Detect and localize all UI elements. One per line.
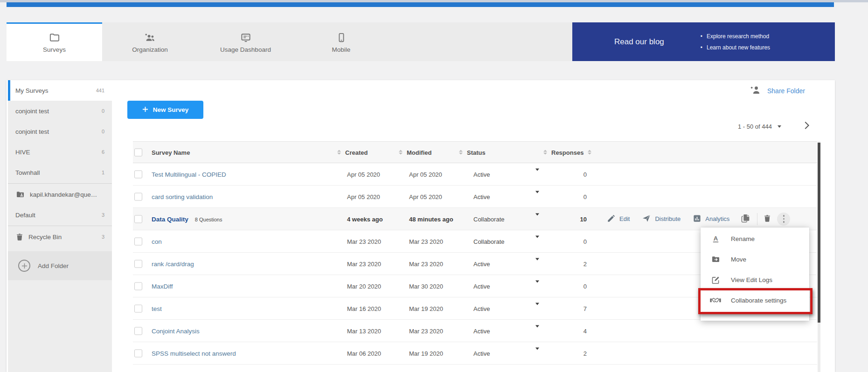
- status-cell: Collaborate: [473, 238, 505, 245]
- sidebar-item-conjoint-test[interactable]: conjoint test 0: [8, 101, 112, 121]
- person-add-icon: [750, 84, 761, 97]
- row-checkbox[interactable]: [134, 170, 142, 178]
- sidebar-item-recycle-bin[interactable]: Recycle Bin 3: [8, 227, 112, 247]
- survey-name-link[interactable]: SPSS multiselect not answerd: [152, 350, 236, 357]
- survey-name-link[interactable]: test: [152, 305, 162, 312]
- modified-cell: Apr 05 2020: [409, 171, 442, 178]
- tab-mobile[interactable]: Mobile: [293, 22, 389, 61]
- move-folder-icon: [710, 254, 721, 265]
- status-dropdown[interactable]: [535, 193, 539, 200]
- add-folder-button[interactable]: Add Folder: [8, 251, 112, 280]
- modified-cell: Mar 30 2020: [409, 282, 443, 289]
- bar-chart-icon: [693, 214, 701, 224]
- status-dropdown[interactable]: [535, 171, 539, 178]
- copy-survey-button[interactable]: [741, 213, 750, 225]
- question-count-badge: 8 Questions: [195, 216, 222, 222]
- column-header-modified[interactable]: Modified: [399, 149, 431, 156]
- plus-icon: [18, 260, 30, 272]
- table-scrollbar[interactable]: [818, 141, 820, 372]
- sort-icon[interactable]: [337, 150, 341, 155]
- status-dropdown[interactable]: [535, 282, 539, 289]
- row-checkbox[interactable]: [134, 215, 142, 223]
- banner-bullet-list: Explore research method Learn about new …: [701, 31, 770, 53]
- survey-name-link[interactable]: card sorting validation: [152, 193, 213, 200]
- sidebar-item-hive[interactable]: HIVE 6: [8, 142, 112, 162]
- sort-icon[interactable]: [399, 150, 403, 155]
- copy-icon: [741, 213, 750, 225]
- survey-name-link[interactable]: con: [152, 238, 162, 245]
- mobile-icon: [336, 32, 347, 43]
- sidebar-item-townhall[interactable]: Townhall 1: [8, 162, 112, 183]
- row-checkbox[interactable]: [134, 304, 142, 312]
- row-checkbox[interactable]: [134, 327, 142, 335]
- scrollbar-thumb[interactable]: [818, 143, 820, 323]
- status-dropdown[interactable]: [535, 327, 539, 334]
- modified-cell: 48 minutes ago: [409, 215, 453, 222]
- delete-survey-button[interactable]: [763, 214, 771, 224]
- select-all-checkbox[interactable]: [134, 148, 142, 156]
- sort-icon[interactable]: [588, 150, 591, 155]
- menu-item-rename[interactable]: A Rename: [701, 228, 809, 249]
- sidebar-item-default[interactable]: Default 3: [8, 205, 112, 225]
- created-cell: 4 weeks ago: [347, 215, 383, 222]
- tab-usage-dashboard[interactable]: Usage Dashboard: [198, 22, 293, 61]
- shared-folder-icon: [15, 190, 25, 199]
- row-checkbox[interactable]: [134, 349, 142, 357]
- survey-name-link[interactable]: MaxDiff: [152, 282, 173, 289]
- survey-name-link[interactable]: Data Quality8 Questions: [152, 215, 222, 222]
- next-page-button[interactable]: [801, 120, 812, 131]
- column-header-responses[interactable]: Responses: [543, 149, 591, 156]
- promo-banner: Read our blog Explore research method Le…: [572, 22, 835, 61]
- status-cell: Active: [473, 305, 490, 312]
- status-dropdown[interactable]: [535, 350, 539, 357]
- tab-surveys[interactable]: Surveys: [7, 22, 102, 61]
- menu-item-view-edit-logs[interactable]: View Edit Logs: [701, 269, 809, 290]
- status-dropdown[interactable]: [535, 238, 539, 245]
- handshake-icon: [710, 295, 721, 306]
- analytics-button[interactable]: Analytics: [693, 214, 729, 224]
- new-survey-button[interactable]: New Survey: [127, 101, 203, 119]
- folder-list: My Surveys 441 conjoint test 0 conjoint …: [8, 80, 112, 247]
- actions-divider: [757, 213, 757, 225]
- edit-button[interactable]: Edit: [607, 214, 630, 224]
- menu-item-move[interactable]: Move: [701, 249, 809, 269]
- column-header-created[interactable]: Created: [337, 149, 368, 156]
- row-checkbox[interactable]: [134, 237, 142, 245]
- status-dropdown[interactable]: [535, 215, 539, 222]
- row-checkbox[interactable]: [134, 260, 142, 268]
- row-actions: EditDistributeAnalytics: [607, 208, 790, 230]
- tab-organization[interactable]: Organization: [102, 22, 198, 61]
- distribute-button[interactable]: Distribute: [642, 214, 681, 224]
- survey-name-link[interactable]: Conjoint Analysis: [152, 327, 200, 334]
- responses-cell: 0: [542, 238, 587, 245]
- survey-name-link[interactable]: Test Multilingual - COPIED: [152, 171, 226, 178]
- responses-cell: 2: [542, 350, 587, 357]
- survey-name-link[interactable]: rank /card/drag: [152, 260, 194, 267]
- sidebar-item-kapil-khandekar-que[interactable]: kapil.khandekar@que…: [8, 184, 112, 205]
- modified-cell: Mar 23 2020: [409, 238, 443, 245]
- share-folder-button[interactable]: Share Folder: [750, 84, 805, 97]
- status-dropdown[interactable]: [535, 305, 539, 312]
- trash-icon: [15, 233, 24, 241]
- sort-icon[interactable]: [543, 150, 547, 155]
- pagination-dropdown[interactable]: 1 - 50 of 444: [738, 121, 781, 131]
- folder-count: 6: [102, 149, 104, 155]
- modified-cell: Apr 05 2020: [409, 193, 442, 200]
- banner-bullet: Explore research method: [701, 31, 770, 42]
- read-blog-link[interactable]: Read our blog: [614, 37, 664, 47]
- created-cell: Mar 13 2020: [347, 327, 381, 334]
- column-header-survey-name[interactable]: Survey Name: [152, 149, 190, 156]
- sidebar-item-my-surveys[interactable]: My Surveys 441: [8, 80, 112, 101]
- column-header-status[interactable]: Status: [459, 149, 486, 156]
- folder-sidebar: My Surveys 441 conjoint test 0 conjoint …: [8, 80, 112, 372]
- sidebar-item-conjoint-test[interactable]: conjoint test 0: [8, 121, 112, 142]
- status-dropdown[interactable]: [535, 260, 539, 267]
- menu-item-collaborate-settings[interactable]: Collaborate settings: [701, 290, 809, 310]
- sort-icon[interactable]: [459, 150, 463, 155]
- responses-cell: 0: [542, 171, 587, 178]
- row-checkbox[interactable]: [134, 193, 142, 200]
- more-actions-button[interactable]: [777, 213, 790, 226]
- table-header-row: Survey Name Created Modified Status: [133, 141, 817, 163]
- row-checkbox[interactable]: [134, 282, 142, 290]
- chevron-down-icon: [535, 325, 539, 334]
